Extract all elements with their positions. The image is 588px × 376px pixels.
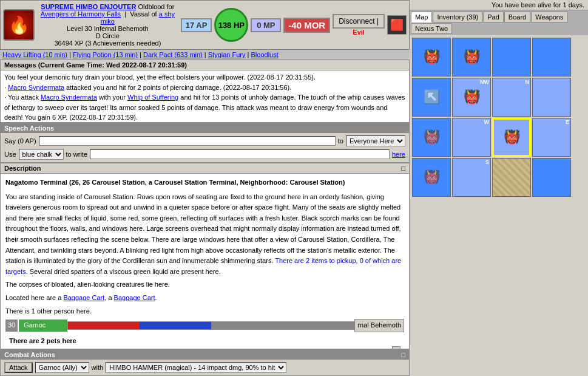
map-cell-2-2[interactable]: 👹 [492,118,531,157]
map-grid: 👹 👹 ↖️ NW 👹 N 👹 W 👹 E [410,35,588,199]
pets-header: There are 2 pets here [9,336,400,347]
combat-collapse-btn[interactable]: □ [401,351,405,358]
map-cell-3-1[interactable]: S [452,158,491,197]
message-item: You feel your demonic fury drain your bl… [4,72,405,83]
combat-level: 30 [5,320,18,332]
tab-inventory[interactable]: Inventory (39) [433,12,482,22]
desc-collapse-btn[interactable]: □ [401,165,405,172]
attack-target-select[interactable]: Garnoc (Ally) [35,362,89,373]
message-item: · You attack Macro Syndermata with your … [4,92,405,122]
char-stats: 17 AP 138 HP 0 MP -40 MOR Disconnect | E… [181,8,407,42]
heavy-lifting-link[interactable]: Heavy Lifting (10 min) [2,51,67,58]
messages-body[interactable]: You feel your demonic fury drain your bl… [1,70,409,122]
say-row: Say (0 AP) to Everyone Here [4,135,405,146]
message-item: · Macro Syndermata attacked you and hit … [4,83,405,93]
char-level: Level 30 Infernal Behemoth D Circle [38,25,177,39]
here-link[interactable]: here [392,151,405,158]
vassal-prefix: Vassal of [130,10,157,18]
macro-link2[interactable]: Macro Syndermata [41,94,97,101]
map-cell-2-1[interactable]: W [452,118,491,157]
map-cell-1-3[interactable] [532,78,571,117]
disconnect-button[interactable]: Disconnect | [333,14,385,29]
macro-link1[interactable]: Macro Syndermata [8,84,64,91]
char-name-link[interactable]: SUPREME HIMBO ENJOUTER [41,3,136,10]
map-cell-0-0[interactable]: 👹 [412,38,451,77]
messages-header: Messages (Current Game Time: Wed 2022-08… [1,60,409,70]
pets-section: There are 2 pets here – Neutral [2 pets]… [5,335,404,349]
combat-name: Garnoc [19,320,67,332]
combat-actions-body: Attack Garnoc (Ally) with HIMBO HAMMER (… [1,360,409,375]
xp-text: 36494 XP (3 Achievements needed) [54,39,161,47]
desc-text1: You are standing inside of Carousel Stat… [5,192,404,278]
faction-link[interactable]: Avengers of Harmony Falls [41,10,121,18]
character-header: 🔥 SUPREME HIMBO ENJOUTER Oldblood for Av… [0,0,410,50]
mor-value: -40 MOR [288,20,325,30]
baggage-link1[interactable]: Baggage Cart [63,294,104,301]
tab-board[interactable]: Board [504,12,530,22]
dark-pact-link[interactable]: Dark Pact (633 min) [143,51,203,58]
speech-header: Speech Actions [1,123,409,133]
map-cell-0-3[interactable] [532,38,571,77]
desc-location: Nagatomo Terminal (26, 26 Carousel Stati… [5,177,404,188]
right-panel: You have been alive for 1 days. Map Inve… [410,0,588,376]
description-panel[interactable]: Description □ Nagatomo Terminal (26, 26 … [0,163,410,349]
tab-nexus[interactable]: Nexus Two [411,23,452,34]
write-label: to write [66,151,87,158]
map-cell-1-2[interactable]: N [492,78,531,117]
map-cell-2-0[interactable]: 👹 [412,118,451,157]
desc-header-text: Description [4,165,41,172]
stygian-fury-link[interactable]: Stygian Fury [208,51,246,58]
write-input[interactable] [90,149,390,159]
location-text: Nagatomo Terminal (26, 26 Carousel Stati… [5,179,345,186]
char-links: Heavy Lifting (10 min) | Flying Potion (… [0,50,410,60]
map-cell-1-0[interactable]: ↖️ [412,78,451,117]
combat-class: rnal Behemoth [354,319,404,332]
bloodlust-link[interactable]: Bloodlust [251,51,279,58]
messages-panel: Messages (Current Game Time: Wed 2022-08… [0,60,410,123]
weapon-select[interactable]: HIMBO HAMMER (magical) - 14 impact dmg, … [106,362,286,373]
map-cell-0-2[interactable] [492,38,531,77]
cell-label-n: N [525,79,530,85]
mp-stat: 0 MP [251,18,281,32]
map-cell-3-3[interactable] [532,158,571,197]
map-cell-3-0[interactable]: 👹 [412,158,451,197]
hp-value: 138 HP [218,21,245,30]
combat-actions-title: Combat Actions [4,351,55,358]
avatar: 🔥 [3,9,35,41]
whip-link[interactable]: Whip of Suffering [127,94,178,101]
ap-stat: 17 AP [181,18,212,32]
char-xp: 36494 XP (3 Achievements needed) [38,39,177,47]
hp-bar-red [68,322,140,329]
map-cell-0-1[interactable]: 👹 [452,38,491,77]
baggage-link2[interactable]: Baggage Cart [114,294,155,301]
desc-header: Description □ [1,163,409,174]
flying-potion-link[interactable]: Flying Potion (13 min) [73,51,138,58]
oldblood-text: Oldblood for [138,3,174,10]
tab-pad[interactable]: Pad [483,12,504,22]
map-cell-2-3[interactable]: E [532,118,571,157]
use-label: Use [4,151,16,158]
map-cell-3-2[interactable] [492,158,531,197]
attack-button[interactable]: Attack [4,362,33,373]
chalk-select[interactable]: blue chalk [19,149,64,160]
desc-text2: The corpses of bloated, alien-looking cr… [5,279,404,290]
tab-weapons[interactable]: Weapons [531,12,567,22]
char-icon2: 🟥 [387,15,407,35]
combat-bar: 30 Garnoc rnal Behemoth [5,319,404,332]
cell-label-nw: NW [480,79,489,85]
char-name-line: SUPREME HIMBO ENJOUTER Oldblood for Aven… [38,3,177,25]
say-input[interactable] [39,136,336,146]
right-header: You have been alive for 1 days. [410,0,588,10]
evil-label: Evil [353,29,365,36]
say-to-select[interactable]: Everyone Here [346,135,405,146]
mor-stat: -40 MOR [283,18,330,33]
combat-actions-header: Combat Actions □ [1,350,409,360]
cell-label-s: S [485,159,489,165]
char-info: SUPREME HIMBO ENJOUTER Oldblood for Aven… [38,3,177,47]
alive-text: You have been alive for 1 days. [492,1,584,9]
right-tabs: Map Inventory (39) Pad Board Weapons Nex… [410,10,588,35]
tab-map[interactable]: Map [411,12,432,22]
map-cell-1-1[interactable]: NW 👹 [452,78,491,117]
avatar-flame: 🔥 [8,15,30,35]
cell-label-w: W [484,119,490,125]
